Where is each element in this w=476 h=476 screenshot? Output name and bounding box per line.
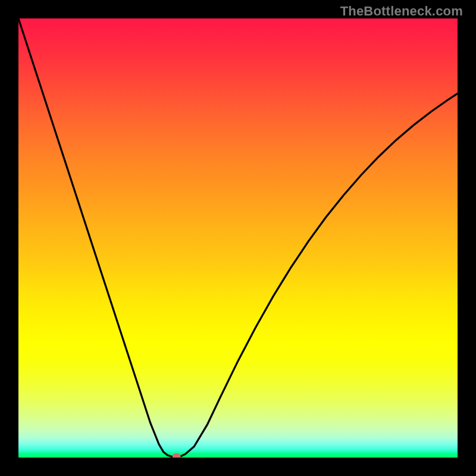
watermark-text: TheBottleneck.com xyxy=(340,4,463,19)
curve-svg xyxy=(18,18,458,458)
chart-container: TheBottleneck.com xyxy=(0,0,476,476)
bottleneck-curve xyxy=(18,18,458,457)
optimum-marker xyxy=(173,453,181,458)
plot-area xyxy=(18,18,458,458)
